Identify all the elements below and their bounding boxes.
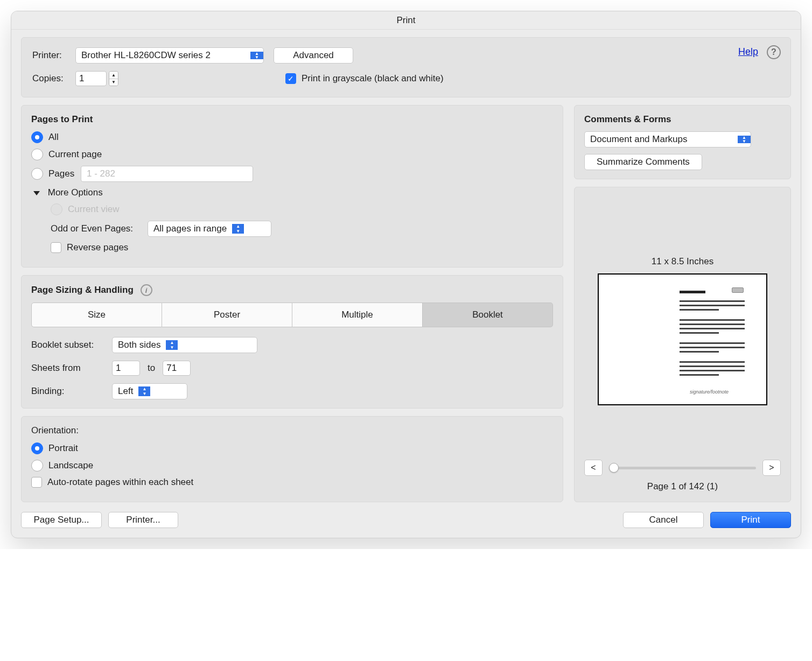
comments-value: Document and Markups <box>585 134 738 145</box>
select-stepper-icon <box>232 224 244 234</box>
binding-label: Binding: <box>31 386 112 397</box>
radio-portrait-label: Portrait <box>48 443 78 454</box>
select-stepper-icon <box>138 386 150 396</box>
radio-portrait[interactable] <box>31 442 43 454</box>
select-stepper-icon <box>166 340 178 350</box>
grayscale-label: Print in grayscale (black and white) <box>302 73 444 84</box>
select-stepper-icon <box>738 136 751 143</box>
printer-button[interactable]: Printer... <box>108 512 178 528</box>
sizing-panel: Page Sizing & Handling i Size Poster Mul… <box>21 275 563 409</box>
info-icon[interactable]: i <box>141 284 152 296</box>
preview-panel: 11 x 8.5 Inches si <box>574 187 791 502</box>
preview-zoom-slider[interactable] <box>609 460 756 476</box>
radio-all-label: All <box>48 132 59 143</box>
radio-pages-label: Pages <box>48 168 81 179</box>
radio-pages[interactable] <box>31 168 43 180</box>
pages-title: Pages to Print <box>31 114 553 125</box>
radio-all[interactable] <box>31 131 43 143</box>
grayscale-checkbox[interactable]: ✓ <box>285 73 296 84</box>
sheets-to-label: to <box>148 363 155 374</box>
pages-range-input[interactable]: 1 - 282 <box>81 166 253 182</box>
sheets-from-input[interactable]: 1 <box>112 361 140 376</box>
reverse-pages-label: Reverse pages <box>67 242 128 253</box>
preview-page: signature/footnote <box>598 273 767 405</box>
window-title: Print <box>11 11 801 30</box>
disclosure-triangle-icon[interactable] <box>33 191 40 195</box>
preview-staple-icon <box>732 287 744 293</box>
comments-panel: Comments & Forms Document and Markups Su… <box>574 105 791 179</box>
copies-stepper[interactable]: ▲▼ <box>109 71 118 86</box>
help-link[interactable]: Help <box>738 46 758 58</box>
segment-poster[interactable]: Poster <box>162 303 292 327</box>
odd-even-value: All pages in range <box>148 223 232 234</box>
advanced-button[interactable]: Advanced <box>274 47 353 64</box>
reverse-pages-checkbox[interactable] <box>51 242 61 253</box>
sizing-title: Page Sizing & Handling <box>31 285 134 295</box>
auto-rotate-checkbox[interactable] <box>31 477 42 488</box>
radio-landscape[interactable] <box>31 460 43 472</box>
radio-current-page[interactable] <box>31 149 43 160</box>
preview-size-label: 11 x 8.5 Inches <box>584 256 781 267</box>
footer: Page Setup... Printer... Cancel Print <box>21 512 791 528</box>
radio-current-view-label: Current view <box>68 204 119 215</box>
segment-size[interactable]: Size <box>31 303 162 327</box>
binding-value: Left <box>113 386 138 397</box>
radio-current-page-label: Current page <box>48 149 102 160</box>
radio-current-view <box>51 203 62 215</box>
select-stepper-icon <box>250 52 263 59</box>
segment-multiple[interactable]: Multiple <box>292 303 423 327</box>
orientation-title: Orientation: <box>31 425 553 436</box>
copies-input[interactable]: 1 <box>75 71 107 86</box>
comments-title: Comments & Forms <box>584 114 781 125</box>
printer-select[interactable]: Brother HL-L8260CDW series 2 <box>75 47 264 64</box>
print-dialog: Print Help ? Printer: Brother HL-L8260CD… <box>11 11 801 538</box>
segment-booklet[interactable]: Booklet <box>423 303 553 327</box>
auto-rotate-label: Auto-rotate pages within each sheet <box>47 477 193 488</box>
subset-select[interactable]: Both sides <box>112 337 257 353</box>
sizing-segments: Size Poster Multiple Booklet <box>31 303 553 327</box>
slider-thumb-icon[interactable] <box>609 463 619 473</box>
sheets-from-label: Sheets from <box>31 363 112 374</box>
top-panel: Help ? Printer: Brother HL-L8260CDW seri… <box>21 37 791 97</box>
more-options-label: More Options <box>48 187 103 198</box>
pages-to-print-panel: Pages to Print All Current page Pages 1 … <box>21 105 563 268</box>
page-setup-button[interactable]: Page Setup... <box>21 512 102 528</box>
printer-label: Printer: <box>32 50 75 61</box>
subset-label: Booklet subset: <box>31 340 112 350</box>
odd-even-select[interactable]: All pages in range <box>148 221 271 237</box>
comments-select[interactable]: Document and Markups <box>584 131 751 147</box>
orientation-panel: Orientation: Portrait Landscape Auto-rot… <box>21 416 563 502</box>
preview-prev-button[interactable]: < <box>584 460 603 476</box>
cancel-button[interactable]: Cancel <box>623 512 704 528</box>
printer-value: Brother HL-L8260CDW series 2 <box>76 50 250 61</box>
binding-select[interactable]: Left <box>112 383 187 399</box>
summarize-comments-button[interactable]: Summarize Comments <box>584 154 702 170</box>
page-indicator: Page 1 of 142 (1) <box>584 481 781 492</box>
preview-next-button[interactable]: > <box>762 460 781 476</box>
sheets-to-input[interactable]: 71 <box>163 361 191 376</box>
odd-even-label: Odd or Even Pages: <box>51 223 148 234</box>
radio-landscape-label: Landscape <box>48 460 93 471</box>
print-button[interactable]: Print <box>710 512 791 528</box>
help-icon[interactable]: ? <box>767 45 781 59</box>
copies-label: Copies: <box>32 73 75 84</box>
subset-value: Both sides <box>113 340 166 350</box>
